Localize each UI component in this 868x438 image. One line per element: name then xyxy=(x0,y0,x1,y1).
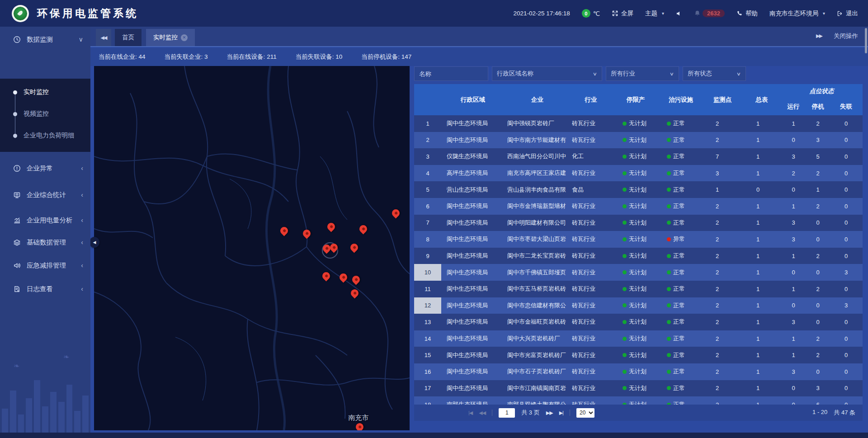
fullscreen-button[interactable]: 全屏 xyxy=(612,9,633,18)
status-dot xyxy=(623,287,627,291)
sidebar-section-item[interactable]: 企业异常 ‹ xyxy=(0,158,90,178)
mute-button[interactable] xyxy=(676,10,682,17)
status-dot xyxy=(623,122,627,126)
help-button[interactable]: 帮助 xyxy=(736,9,758,18)
cell-run: 2 xyxy=(781,165,806,182)
cell-region: 阆中生态环境局 xyxy=(441,198,505,215)
name-filter-field[interactable] xyxy=(414,66,488,81)
sidebar-section-item[interactable]: 基础数据管理 ‹ xyxy=(0,232,90,252)
cell-lost: 3 xyxy=(830,264,863,281)
table-row[interactable]: 5 营山生态环境局 营山县润丰肉食品有限 食品 无计划 正常 1 0 0 1 0 xyxy=(414,181,863,198)
logout-button[interactable]: 退出 xyxy=(837,9,858,18)
scrollbar-thumb[interactable] xyxy=(865,28,867,53)
cell-meters: 1 xyxy=(743,380,781,397)
temperature-value: 0 xyxy=(582,9,590,18)
table-row[interactable]: 6 阆中生态环境局 阆中市金博瑞新型墙材 砖瓦行业 无计划 正常 2 1 1 2… xyxy=(414,198,863,215)
tab-scroll-left-button[interactable]: ◀◀ xyxy=(96,29,111,46)
cell-industry: 砖瓦行业 xyxy=(570,215,612,231)
table-row[interactable]: 1 阆中生态环境局 阆中强锐页岩砖厂 砖瓦行业 无计划 正常 2 1 1 2 0 xyxy=(414,115,863,132)
table-row[interactable]: 10 阆中生态环境局 阆中市千佛镇五郎垭页 砖瓦行业 无计划 正常 2 1 0 … xyxy=(414,264,863,281)
sidebar-item-data-monitoring[interactable]: 数据监测 ∨ xyxy=(0,29,90,49)
table-row[interactable]: 15 阆中生态环境局 阆中市光富页岩机砖厂 砖瓦行业 无计划 正常 2 1 1 … xyxy=(414,347,863,363)
sidebar-section-item[interactable]: 企业综合统计 ‹ xyxy=(0,185,90,205)
page-number-input[interactable] xyxy=(499,408,515,418)
status-filter-select[interactable]: 所有状态 ∨ xyxy=(683,66,746,81)
cell-industry: 砖瓦行业 xyxy=(570,380,612,397)
cell-facility-status: 正常 xyxy=(660,264,702,281)
cell-industry: 砖瓦行业 xyxy=(570,330,612,347)
cell-limit-status: 无计划 xyxy=(612,396,660,405)
industry-filter-select[interactable]: 所有行业 ∨ xyxy=(606,66,679,81)
col-run: 运行 xyxy=(781,98,806,115)
cell-stop: 2 xyxy=(806,115,830,132)
sidebar-section-item[interactable]: 企业用电量分析 ‹ xyxy=(0,210,90,230)
section-icon xyxy=(13,262,21,269)
cell-region: 阆中生态环境局 xyxy=(441,347,505,363)
table-row[interactable]: 2 阆中生态环境局 阆中市南方节能建材有 砖瓦行业 无计划 正常 2 1 0 3… xyxy=(414,132,863,149)
cell-facility-status: 正常 xyxy=(660,198,702,215)
status-dot xyxy=(667,287,671,291)
table-row[interactable]: 17 阆中生态环境局 阆中市江南镇阆南页岩 砖瓦行业 无计划 正常 2 1 0 … xyxy=(414,380,863,397)
name-filter-input[interactable] xyxy=(419,71,483,77)
table-row[interactable]: 8 阆中生态环境局 阆中市枣碧大梁山页岩 砖瓦行业 无计划 异常 2 1 3 0… xyxy=(414,231,863,248)
notification-button[interactable]: 2632 xyxy=(694,9,725,17)
status-dot xyxy=(667,320,671,324)
table-row[interactable]: 4 高坪生态环境局 南充市高坪区王家店建 砖瓦行业 无计划 正常 3 1 2 2… xyxy=(414,165,863,182)
region-filter-select[interactable]: 行政区域名称 ∨ xyxy=(492,66,602,81)
cell-facility-status: 正常 xyxy=(660,314,702,330)
table-row[interactable]: 16 阆中生态环境局 阆中市石子页岩机砖厂 砖瓦行业 无计划 正常 2 1 3 … xyxy=(414,363,863,380)
table-row[interactable]: 7 阆中生态环境局 阆中明阳建材有限公司 砖瓦行业 无计划 正常 2 1 3 0… xyxy=(414,215,863,231)
cell-company: 阆中市二龙长宝页岩砖 xyxy=(505,248,570,264)
cell-stop: 5 xyxy=(806,148,830,165)
section-icon xyxy=(13,217,21,224)
cell-points: 2 xyxy=(702,380,743,397)
table-row[interactable]: 13 阆中生态环境局 阆中市金福旺页岩机砖 砖瓦行业 无计划 正常 2 1 3 … xyxy=(414,314,863,330)
table-row[interactable]: 14 阆中生态环境局 阆中大兴页岩机砖厂 砖瓦行业 无计划 正常 2 1 1 2… xyxy=(414,330,863,347)
cell-lost: 0 xyxy=(830,215,863,231)
table-row[interactable]: 9 阆中生态环境局 阆中市二龙长宝页岩砖 砖瓦行业 无计划 正常 2 1 1 2… xyxy=(414,248,863,264)
first-page-button[interactable]: |◀ xyxy=(468,410,472,416)
map-panel[interactable]: 巴中市 南充市 遂宁市 xyxy=(94,66,410,430)
row-number: 7 xyxy=(414,215,441,231)
sidebar-subitem[interactable]: 实时监控 xyxy=(0,83,90,101)
section-icon xyxy=(13,239,21,246)
map-collapse-button[interactable]: ◀ xyxy=(90,237,99,248)
col-lost: 失联 xyxy=(830,98,863,115)
row-number: 10 xyxy=(414,264,441,281)
table-row[interactable]: 11 阆中生态环境局 阆中市五马桥页岩机砖 砖瓦行业 无计划 正常 2 1 1 … xyxy=(414,281,863,297)
pagination-bar: |◀ ◀◀ 共 3 页 ▶▶ ▶| 20 1 - 20 共 47 条 xyxy=(414,405,863,421)
page-size-select[interactable]: 20 xyxy=(576,408,594,418)
cell-meters: 1 xyxy=(743,264,781,281)
cell-facility-status: 正常 xyxy=(660,215,702,231)
theme-menu[interactable]: 主题 xyxy=(645,9,664,18)
cell-lost: 0 xyxy=(830,396,863,405)
sidebar-subitem[interactable]: 企业电力负荷明细 xyxy=(0,127,90,145)
prev-page-button[interactable]: ◀◀ xyxy=(479,410,486,416)
row-number: 16 xyxy=(414,363,441,380)
table-row[interactable]: 3 仪陇生态环境局 西南油气田分公司川中 化工 无计划 正常 7 1 3 5 0 xyxy=(414,148,863,165)
user-org-menu[interactable]: 南充市生态环境局 xyxy=(769,9,825,18)
status-stat: 当前停机设备: 147 xyxy=(361,53,411,61)
bullet-dot-icon xyxy=(13,112,17,116)
tab-home[interactable]: 首页 xyxy=(115,29,142,46)
cell-facility-status: 异常 xyxy=(660,231,702,248)
sidebar-section-item[interactable]: 应急减排管理 ‹ xyxy=(0,255,90,275)
sidebar-subitem[interactable]: 视频监控 xyxy=(0,105,90,123)
cell-meters: 1 xyxy=(743,347,781,363)
tab-close-icon[interactable] xyxy=(181,34,188,41)
row-number: 2 xyxy=(414,132,441,149)
last-page-button[interactable]: ▶| xyxy=(559,410,563,416)
cell-points: 2 xyxy=(702,297,743,314)
col-region: 行政区域 xyxy=(441,84,505,115)
cell-facility-status: 正常 xyxy=(660,363,702,380)
table-row[interactable]: 12 阆中生态环境局 阆中市忠信建材有限公 砖瓦行业 无计划 正常 2 1 0 … xyxy=(414,297,863,314)
tab-scroll-right-button[interactable]: ▶▶ xyxy=(816,33,822,39)
chevron-left-icon: ‹ xyxy=(81,239,83,246)
sidebar-section-item[interactable]: 日志查看 ‹ xyxy=(0,279,90,299)
close-operations-button[interactable]: 关闭操作 xyxy=(834,32,858,40)
tab-realtime-monitoring[interactable]: 实时监控 xyxy=(146,29,195,46)
table-row[interactable]: 18 南部生态环境局 南部县双峰土陶有限公 砖瓦行业 无计划 正常 2 1 0 … xyxy=(414,396,863,405)
next-page-button[interactable]: ▶▶ xyxy=(546,410,553,416)
cell-facility-status: 正常 xyxy=(660,281,702,297)
cell-region: 阆中生态环境局 xyxy=(441,363,505,380)
